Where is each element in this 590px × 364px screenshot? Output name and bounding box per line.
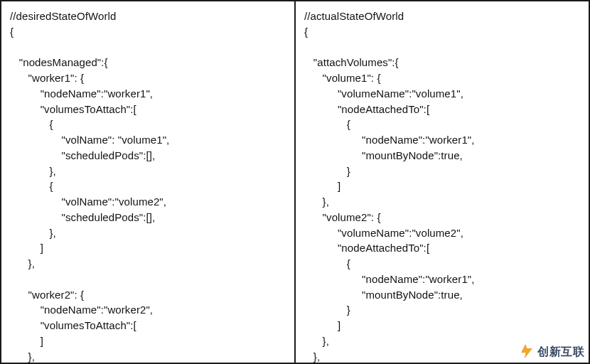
bolt-icon [519,343,535,359]
two-column-code-panel: //desiredStateOfWorld { "nodesManaged":{… [0,0,590,364]
left-comment: //desiredStateOfWorld [10,9,286,24]
watermark-text: 创新互联 [537,343,584,360]
watermark: 创新互联 [519,343,584,360]
left-panel-desired-state: //desiredStateOfWorld { "nodesManaged":{… [1,1,294,363]
right-code-block: { "attachVolumes":{ "volume1": { "volume… [304,24,580,363]
right-comment: //actualStateOfWorld [304,9,580,24]
left-code-block: { "nodesManaged":{ "worker1": { "nodeNam… [10,24,286,363]
right-panel-actual-state: //actualStateOfWorld { "attachVolumes":{… [294,1,589,363]
